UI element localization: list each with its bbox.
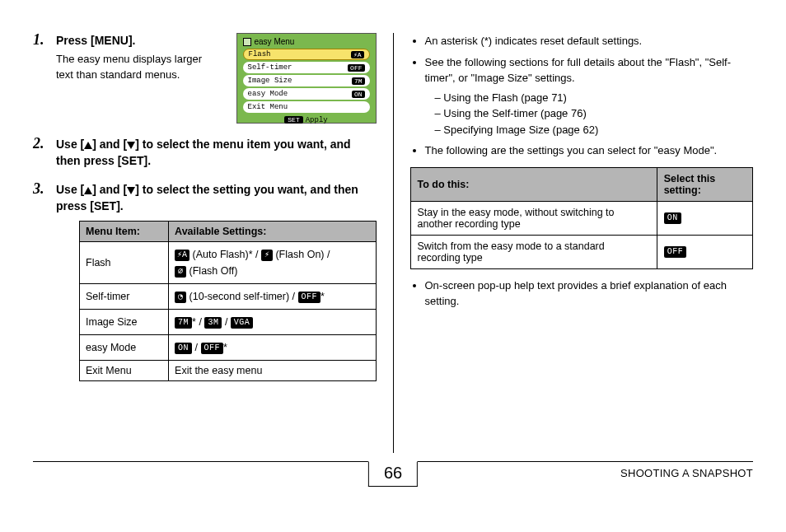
cell-available: ⚡A (Auto Flash)* / ⚡ (Flash On) / ⌀ (Fla… [169, 242, 377, 284]
menu-settings-table: Menu Item: Available Settings: Flash ⚡A … [79, 221, 377, 381]
step-heading: Use [] and [] to select the menu item yo… [56, 137, 377, 169]
on-icon: ON [664, 212, 681, 224]
dash-item: Specifying Image Size (page 62) [435, 122, 754, 138]
easy-menu-title-icon [243, 38, 251, 46]
step-2: 2. Use [] and [] to select the menu item… [33, 137, 377, 169]
easy-mode-table: To do this: Select this setting: Stay in… [410, 167, 754, 269]
timer-icon: ◔ [175, 292, 186, 303]
bullet-item: The following are the settings you can s… [425, 142, 754, 159]
set-icon: SET [284, 116, 302, 124]
cell-todo: Switch from the easy mode to a standard … [410, 235, 657, 268]
off-icon: OFF [664, 246, 687, 258]
triangle-up-icon [84, 187, 92, 194]
off-icon: OFF [348, 64, 364, 72]
table-row: Self-timer ◔ (10-second self-timer) / OF… [80, 284, 377, 310]
bullet-item: An asterisk (*) indicates reset default … [425, 33, 754, 49]
bullet-item: On-screen pop-up help text provides a br… [425, 278, 754, 310]
auto-flash-icon: ⚡A [175, 250, 189, 261]
table-header-row: Menu Item: Available Settings: [80, 222, 377, 242]
table-row: Exit Menu Exit the easy menu [80, 361, 377, 381]
table-header-row: To do this: Select this setting: [410, 167, 753, 201]
easy-menu-title-text: easy Menu [255, 37, 295, 46]
size-7m-icon: 7M [175, 317, 192, 329]
table-row: Stay in the easy mode, without switching… [410, 201, 753, 235]
em-label: easy Mode [248, 90, 288, 98]
right-column: An asterisk (*) indicates reset default … [410, 33, 754, 453]
bullet-item: See the following sections for full deta… [425, 54, 754, 138]
dash-item: Using the Flash (page 71) [435, 90, 754, 106]
triangle-down-icon [127, 187, 135, 194]
flash-on-icon: ⚡ [261, 250, 273, 261]
table-header: Menu Item: [80, 222, 169, 242]
flash-auto-icon: ⚡A [351, 51, 364, 58]
size-3m-icon: 3M [204, 317, 222, 329]
step-heading: Use [] and [] to select the setting you … [56, 182, 377, 214]
step-heading: Press [MENU]. [56, 33, 220, 49]
step-number: 2. [33, 135, 44, 152]
size-icon: 7M [352, 77, 365, 85]
table-row: Image Size 7M* / 3M / VGA [80, 310, 377, 335]
step-1: 1. Press [MENU]. The easy menu displays … [33, 33, 377, 124]
triangle-up-icon [84, 142, 92, 149]
section-title: SHOOTING A SNAPSHOT [620, 467, 753, 479]
em-label: Image Size [248, 77, 292, 85]
table-row: easy Mode ON / OFF* [80, 335, 377, 361]
easy-menu-screenshot: easy Menu Flash ⚡A Self-timer OFF Image … [236, 33, 377, 124]
cell-available: ON / OFF* [169, 335, 377, 361]
off-icon: OFF [298, 292, 321, 303]
table-row: Switch from the easy mode to a standard … [410, 235, 753, 268]
easy-menu-row-exit: Exit Menu [243, 101, 370, 113]
em-label: Flash [249, 50, 271, 58]
em-label: Self-timer [248, 63, 292, 72]
on-icon: ON [352, 91, 365, 98]
vga-icon: VGA [231, 317, 254, 329]
table-header: To do this: [410, 167, 657, 201]
dash-item: Using the Self-timer (page 76) [435, 105, 754, 122]
cell-menu-item: Exit Menu [80, 361, 169, 381]
table-header: Available Settings: [169, 222, 377, 242]
cell-setting: ON [657, 201, 752, 235]
page-number: 66 [368, 461, 418, 487]
cell-setting: OFF [657, 235, 752, 268]
column-divider [393, 33, 394, 453]
cell-available: ◔ (10-second self-timer) / OFF* [169, 284, 377, 310]
cell-menu-item: Flash [80, 242, 169, 284]
easy-menu-row-easymode: easy Mode ON [243, 88, 370, 100]
easy-menu-row-flash: Flash ⚡A [243, 49, 370, 60]
cell-menu-item: Image Size [80, 310, 169, 335]
em-label: Exit Menu [248, 103, 288, 111]
table-header: Select this setting: [657, 167, 752, 201]
cell-todo: Stay in the easy mode, without switching… [410, 201, 657, 235]
cell-available: 7M* / 3M / VGA [169, 310, 377, 335]
easy-menu-title: easy Menu [240, 36, 373, 49]
off-icon: OFF [201, 343, 224, 354]
left-column: 1. Press [MENU]. The easy menu displays … [33, 33, 377, 453]
step-number: 3. [33, 180, 44, 198]
page-footer: 66 SHOOTING A SNAPSHOT [33, 461, 753, 494]
easy-menu-row-imagesize: Image Size 7M [243, 75, 370, 86]
table-row: Flash ⚡A (Auto Flash)* / ⚡ (Flash On) / … [80, 242, 377, 284]
apply-label: Apply [306, 116, 328, 124]
on-icon: ON [175, 343, 192, 354]
flash-off-icon: ⌀ [175, 266, 186, 278]
cell-menu-item: Self-timer [80, 284, 169, 310]
easy-menu-row-selftimer: Self-timer OFF [243, 62, 370, 73]
step-number: 1. [33, 31, 44, 49]
step-body: The easy menu displays larger text than … [56, 51, 220, 83]
cell-available: Exit the easy menu [169, 361, 377, 381]
triangle-down-icon [127, 142, 135, 149]
cell-menu-item: easy Mode [80, 335, 169, 361]
step-3: 3. Use [] and [] to select the setting y… [33, 182, 377, 381]
easy-menu-footer: SETApply [240, 114, 373, 124]
